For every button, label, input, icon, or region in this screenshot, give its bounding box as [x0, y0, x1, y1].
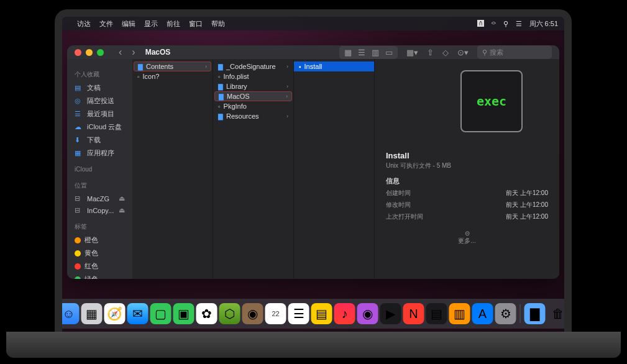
dock-tv[interactable]: ▶: [380, 303, 401, 324]
sidebar-icloud-header: iCloud: [67, 163, 132, 175]
sidebar-downloads[interactable]: ⬇下载: [67, 134, 132, 147]
tag-button[interactable]: ◇: [442, 48, 449, 57]
sidebar-airdrop[interactable]: ◎隔空投送: [67, 94, 132, 107]
info-modified: 修改时间前天 上午12:00: [386, 201, 548, 209]
column-2: ▇_CodeSignature› ▫Info.plist ▇Library› ▇…: [213, 59, 294, 279]
share-button[interactable]: ⇧: [427, 48, 434, 57]
dock: ☺ ▦ 🧭 ✉ ▢ ▣ ✿ ⬡ ◉ 22 ☰ ▤ ♪ ◉ ▶ N ▤ ▥ A ⚙…: [55, 299, 572, 329]
folder-macos[interactable]: ▇MacOS›: [214, 91, 292, 101]
search-icon: ⚲: [482, 48, 487, 57]
dock-messages[interactable]: ▢: [150, 303, 172, 324]
sidebar-tag-red[interactable]: 红色: [67, 260, 132, 273]
desktop: 访达 文件 编辑 显示 前往 窗口 帮助 🅰 ⌔ ⚲ ☰ 周六 6:51: [62, 17, 564, 332]
sidebar-tag-orange[interactable]: 橙色: [67, 234, 132, 247]
dock-calendar[interactable]: 22: [265, 303, 286, 324]
list-view-button[interactable]: ☰: [358, 48, 365, 57]
minimize-button[interactable]: [86, 49, 93, 56]
dock-contacts[interactable]: ◉: [242, 303, 263, 324]
folder-icon: ▇: [218, 113, 223, 120]
dock-podcasts[interactable]: ◉: [357, 303, 378, 324]
dock-settings[interactable]: ⚙: [495, 303, 516, 324]
menu-go[interactable]: 前往: [167, 19, 180, 29]
dock-finder[interactable]: ☺: [58, 303, 80, 324]
dock-separator: [520, 304, 521, 323]
menu-file[interactable]: 文件: [99, 19, 113, 29]
sidebar-tag-yellow[interactable]: 黄色: [67, 247, 132, 260]
exec-icon: ▪: [299, 63, 301, 70]
menubar: 访达 文件 编辑 显示 前往 窗口 帮助 🅰 ⌔ ⚲ ☰ 周六 6:51: [62, 17, 564, 30]
search-input[interactable]: ⚲ 搜索: [477, 45, 552, 59]
sidebar-tag-green[interactable]: 绿色: [67, 273, 132, 279]
dock-notes[interactable]: ▤: [311, 303, 332, 324]
dock-facetime[interactable]: ▣: [173, 303, 195, 324]
file-pkginfo[interactable]: ▫PkgInfo: [213, 101, 293, 111]
dock-news[interactable]: N: [403, 303, 424, 324]
sidebar-locations-header: 位置: [67, 179, 132, 193]
clock[interactable]: 周六 6:51: [529, 19, 558, 29]
sidebar-recents[interactable]: ☰最近项目: [67, 107, 132, 121]
sidebar-favorites-header: 个人收藏: [67, 68, 132, 81]
group-button[interactable]: ▦▾: [406, 48, 418, 57]
preview-pane: exec Install Unix 可执行文件 - 5 MB 信息 创建时间前天…: [375, 59, 559, 279]
dock-books[interactable]: ▥: [449, 303, 470, 324]
titlebar[interactable]: ‹ › MacOS ▦ ☰ ▥ ▭ ▦▾ ⇧ ◇ ⊙▾ ⚲: [67, 45, 559, 59]
input-method-icon[interactable]: 🅰: [477, 20, 484, 27]
file-icon: ▫: [137, 73, 140, 80]
folder-icon: ▇: [218, 83, 223, 90]
column-3: ▪Install: [294, 59, 375, 279]
app-name[interactable]: 访达: [77, 19, 91, 29]
sidebar-documents[interactable]: ▤文稿: [67, 81, 132, 94]
more-button[interactable]: ⊝更多...: [386, 230, 548, 245]
preview-thumbnail: exec: [460, 70, 523, 132]
sidebar-location-maczg[interactable]: ⊟MacZG⏏: [67, 193, 132, 204]
menu-window[interactable]: 窗口: [189, 19, 203, 29]
file-icon-item[interactable]: ▫Icon?: [132, 71, 213, 81]
icon-view-button[interactable]: ▦: [344, 48, 352, 57]
dock-launchpad[interactable]: ▦: [81, 303, 103, 324]
menu-view[interactable]: 显示: [144, 19, 158, 29]
spotlight-icon[interactable]: ⚲: [503, 20, 508, 28]
back-button[interactable]: ‹: [119, 47, 122, 58]
dock-reminders[interactable]: ☰: [288, 303, 309, 324]
folder-icon: ▇: [138, 63, 143, 70]
preview-filename: Install: [386, 151, 548, 160]
gallery-view-button[interactable]: ▭: [385, 48, 393, 57]
dock-safari[interactable]: 🧭: [104, 303, 126, 324]
column-1: ▇Contents› ▫Icon?: [132, 59, 213, 279]
column-view-button[interactable]: ▥: [372, 48, 379, 57]
wifi-icon[interactable]: ⌔: [492, 20, 496, 27]
file-infoplist[interactable]: ▫Info.plist: [213, 71, 293, 81]
action-button[interactable]: ⊙▾: [457, 48, 469, 57]
sidebar-applications[interactable]: ▦应用程序: [67, 147, 132, 160]
file-icon: ▫: [218, 103, 221, 110]
dock-music[interactable]: ♪: [334, 303, 355, 324]
sidebar-tags-header: 标签: [67, 220, 132, 234]
folder-resources[interactable]: ▇Resources›: [213, 111, 293, 121]
view-mode-group: ▦ ☰ ▥ ▭: [339, 46, 398, 59]
folder-icon: ▇: [219, 93, 224, 100]
laptop-screen: 访达 文件 编辑 显示 前往 窗口 帮助 🅰 ⌔ ⚲ ☰ 周六 6:51: [55, 9, 572, 332]
exec-label: exec: [477, 94, 506, 109]
dock-downloads[interactable]: ▇: [524, 303, 546, 324]
maximize-button[interactable]: [97, 49, 104, 56]
dock-trash[interactable]: 🗑: [547, 303, 569, 324]
sidebar: 个人收藏 ▤文稿 ◎隔空投送 ☰最近项目 ☁iCloud 云盘 ⬇下载 ▦应用程…: [67, 59, 132, 279]
info-lastopened: 上次打开时间前天 上午12:00: [386, 212, 548, 221]
close-button[interactable]: [75, 49, 81, 56]
control-center-icon[interactable]: ☰: [516, 20, 522, 28]
menu-edit[interactable]: 编辑: [122, 19, 135, 29]
info-header: 信息: [386, 176, 548, 186]
file-install[interactable]: ▪Install: [294, 61, 374, 71]
folder-library[interactable]: ▇Library›: [213, 81, 293, 91]
dock-maps[interactable]: ⬡: [219, 303, 240, 324]
folder-contents[interactable]: ▇Contents›: [134, 61, 211, 71]
dock-photos[interactable]: ✿: [196, 303, 217, 324]
folder-codesignature[interactable]: ▇_CodeSignature›: [213, 61, 293, 71]
sidebar-icloud-drive[interactable]: ☁iCloud 云盘: [67, 121, 132, 134]
menu-help[interactable]: 帮助: [211, 19, 225, 29]
dock-stocks[interactable]: ▤: [426, 303, 447, 324]
sidebar-location-incopy[interactable]: ⊟InCopy...⏏: [67, 204, 132, 216]
dock-mail[interactable]: ✉: [127, 303, 149, 324]
forward-button[interactable]: ›: [132, 47, 135, 58]
dock-appstore[interactable]: A: [472, 303, 493, 324]
